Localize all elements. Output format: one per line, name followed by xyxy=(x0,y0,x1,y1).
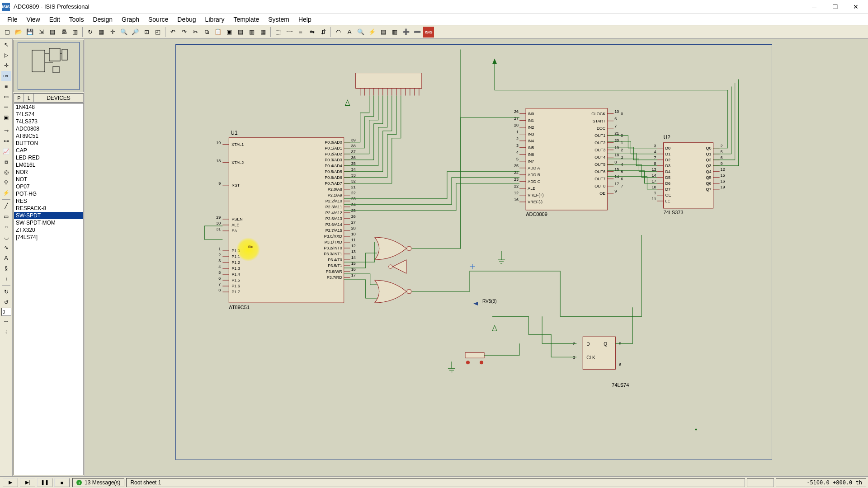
menu-template[interactable]: Template xyxy=(229,14,264,24)
new-sheet-icon[interactable]: ➕ xyxy=(401,27,411,38)
block-move-icon[interactable]: ▤ xyxy=(235,27,246,38)
new-file-icon[interactable]: ▢ xyxy=(2,27,13,38)
menu-view[interactable]: View xyxy=(22,14,45,24)
bus-tool-icon[interactable]: ≡ xyxy=(295,27,306,38)
graph-mode-icon[interactable]: 📈 xyxy=(1,146,11,156)
status-messages[interactable]: i 13 Message(s) xyxy=(72,478,124,487)
device-item[interactable]: AT89C51 xyxy=(14,132,83,140)
device-item[interactable]: RES xyxy=(14,197,83,205)
text-script-icon[interactable]: ▭ xyxy=(1,92,11,102)
symbol-icon[interactable]: § xyxy=(1,263,11,273)
netlist-icon[interactable]: ▤ xyxy=(378,27,389,38)
arc-icon[interactable]: ◠ xyxy=(333,27,344,38)
device-item[interactable]: [74LS74] xyxy=(14,234,83,241)
rot-cw-icon[interactable]: ↻ xyxy=(1,287,11,297)
text-ann-icon[interactable]: A xyxy=(344,27,355,38)
device-list[interactable]: 1N414874LS7474LS373ADC0808AT89C51BUTTONC… xyxy=(14,103,84,475)
redo-icon[interactable]: ↷ xyxy=(179,27,189,38)
mir-v-icon[interactable]: ↕ xyxy=(1,327,11,337)
zoom-out-icon[interactable]: 🔎 xyxy=(130,27,141,38)
menu-source[interactable]: Source xyxy=(144,14,173,24)
device-item[interactable]: POT-HG xyxy=(14,190,83,197)
del-sheet-icon[interactable]: ➖ xyxy=(412,27,423,38)
component-icon[interactable]: ▷ xyxy=(1,50,11,60)
stop-button[interactable]: ■ xyxy=(54,478,70,487)
bom-icon[interactable]: ▥ xyxy=(389,27,400,38)
generator-icon[interactable]: ◎ xyxy=(1,167,11,177)
circle2d-icon[interactable]: ○ xyxy=(1,222,11,232)
mirror-v-icon[interactable]: ⇵ xyxy=(318,27,329,38)
undo-icon[interactable]: ↶ xyxy=(167,27,178,38)
probe-i-icon[interactable]: ⚡ xyxy=(1,188,11,198)
open-file-icon[interactable]: 📂 xyxy=(13,27,24,38)
text2d-icon[interactable]: A xyxy=(1,253,11,263)
electrical-rules-icon[interactable]: ⚡ xyxy=(367,27,377,38)
menu-tools[interactable]: Tools xyxy=(65,14,89,24)
device-pin-icon[interactable]: ⊶ xyxy=(1,136,11,146)
device-item[interactable]: NOR xyxy=(14,169,83,176)
device-item[interactable]: BUTTON xyxy=(14,140,83,147)
probe-v-icon[interactable]: ⚲ xyxy=(1,178,11,188)
import-icon[interactable]: ⇲ xyxy=(36,27,47,38)
section-icon[interactable]: ▤ xyxy=(47,27,58,38)
menu-file[interactable]: File xyxy=(3,14,22,24)
device-item[interactable]: SW-SPDT xyxy=(14,212,83,219)
bus-icon[interactable]: ═ xyxy=(1,102,11,112)
schematic-canvas[interactable]: U1 19XTAL118XTAL29RST29PSEN30ALE31EA1P1.… xyxy=(85,39,868,476)
device-item[interactable]: LED-RED xyxy=(14,154,83,161)
copy-icon[interactable]: ⧉ xyxy=(201,27,212,38)
junction-icon[interactable]: ✛ xyxy=(1,61,11,70)
zoom-all-icon[interactable]: ⊡ xyxy=(141,27,152,38)
subcircuit-icon[interactable]: ▣ xyxy=(1,113,11,122)
selection-icon[interactable]: ↖ xyxy=(1,40,11,50)
device-item[interactable]: LM016L xyxy=(14,161,83,169)
step-button[interactable]: ▶| xyxy=(20,478,35,487)
minimize-button[interactable]: ─ xyxy=(804,0,825,14)
device-item[interactable]: CAP xyxy=(14,147,83,154)
zoom-area-icon[interactable]: ◰ xyxy=(152,27,163,38)
menu-edit[interactable]: Edit xyxy=(45,14,65,24)
pause-button[interactable]: ❚❚ xyxy=(37,478,52,487)
menu-debug[interactable]: Debug xyxy=(173,14,200,24)
pick-icon[interactable]: ⬚ xyxy=(273,27,283,38)
device-item[interactable]: 1N4148 xyxy=(14,103,83,111)
block-copy-icon[interactable]: ▣ xyxy=(224,27,235,38)
plus-icon[interactable]: ＋ xyxy=(1,274,11,284)
save-file-icon[interactable]: 💾 xyxy=(24,27,35,38)
menu-design[interactable]: Design xyxy=(88,14,117,24)
paste-icon[interactable]: 📋 xyxy=(212,27,223,38)
play-button[interactable]: ▶ xyxy=(3,478,18,487)
tape-icon[interactable]: ⧈ xyxy=(1,157,11,167)
device-item[interactable]: 74LS74 xyxy=(14,111,83,118)
exit-isis-icon[interactable]: ISIS xyxy=(423,27,434,38)
grid-icon[interactable]: ▦ xyxy=(96,27,107,38)
path2d-icon[interactable]: ∿ xyxy=(1,243,11,253)
device-item[interactable]: ZTX320 xyxy=(14,226,83,234)
device-item[interactable]: 74LS373 xyxy=(14,118,83,125)
cut-icon[interactable]: ✂ xyxy=(190,27,201,38)
find-icon[interactable]: 🔍 xyxy=(355,27,366,38)
device-item[interactable]: NOT xyxy=(14,176,83,183)
device-item[interactable]: OP07 xyxy=(14,183,83,190)
menu-library[interactable]: Library xyxy=(201,14,229,24)
rotation-input[interactable] xyxy=(1,308,11,316)
menu-help[interactable]: Help xyxy=(294,14,316,24)
block-rotate-icon[interactable]: ▥ xyxy=(246,27,257,38)
menu-graph[interactable]: Graph xyxy=(117,14,144,24)
device-item[interactable]: SW-SPDT-MOM xyxy=(14,219,83,226)
pick-device-button[interactable]: P xyxy=(14,94,24,103)
arc2d-icon[interactable]: ◡ xyxy=(1,232,11,242)
menu-system[interactable]: System xyxy=(264,14,294,24)
box2d-icon[interactable]: ▭ xyxy=(1,211,11,221)
overview-preview[interactable] xyxy=(14,40,84,92)
set-area-icon[interactable]: ▥ xyxy=(70,27,80,38)
rot-ccw-icon[interactable]: ↺ xyxy=(1,297,11,307)
line2d-icon[interactable]: ╱ xyxy=(1,201,11,211)
wire-label-icon[interactable]: LBL xyxy=(1,71,11,81)
print-icon[interactable]: 🖶 xyxy=(58,27,69,38)
close-button[interactable]: ✕ xyxy=(845,0,866,14)
block-delete-icon[interactable]: ▦ xyxy=(258,27,269,38)
mirror-h-icon[interactable]: ⇋ xyxy=(307,27,317,38)
lbl-icon[interactable]: ≡ xyxy=(1,81,11,91)
library-button[interactable]: L xyxy=(24,94,34,103)
